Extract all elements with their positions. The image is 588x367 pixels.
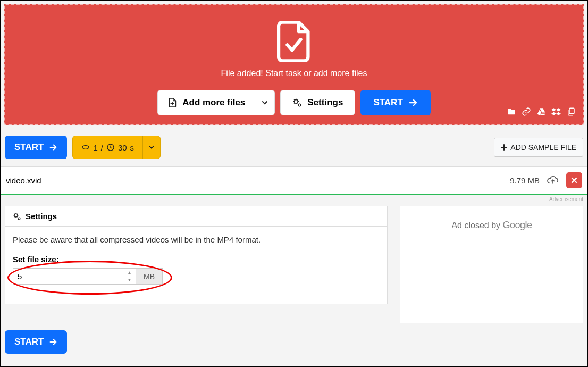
spinner-up[interactable]: ▲ xyxy=(123,269,136,277)
ad-text: Ad closed by xyxy=(451,221,502,230)
filesize-unit: MB xyxy=(136,268,163,285)
arrow-right-icon xyxy=(49,143,57,152)
chip-duration: 30 xyxy=(118,143,127,152)
start-button-toolbar[interactable]: START xyxy=(5,136,67,159)
svg-point-0 xyxy=(295,99,298,103)
settings-panel: Settings Please be aware that all compre… xyxy=(5,206,388,304)
duration-chip-dropdown[interactable] xyxy=(143,136,160,159)
start-label: START xyxy=(14,337,44,347)
svg-point-5 xyxy=(14,214,18,217)
filesize-label: Set file size: xyxy=(13,255,380,264)
add-sample-label: ADD SAMPLE FILE xyxy=(510,143,576,152)
arrow-right-icon xyxy=(49,338,57,346)
svg-point-3 xyxy=(82,146,89,149)
svg-point-1 xyxy=(298,104,301,106)
ad-placeholder: Ad closed by Google xyxy=(400,206,583,323)
filesize-input[interactable] xyxy=(13,268,123,285)
settings-note: Please be aware that all compressed vide… xyxy=(13,235,380,244)
chevron-down-icon xyxy=(261,99,268,106)
arrow-right-icon xyxy=(408,98,418,107)
folder-icon[interactable] xyxy=(507,107,516,116)
file-size: 9.79 MB xyxy=(510,176,540,185)
filesize-spinner[interactable]: ▲▼ xyxy=(123,268,136,285)
add-more-files-dropdown[interactable] xyxy=(255,90,274,115)
ad-label: Advertisement xyxy=(549,196,583,202)
gears-icon xyxy=(13,212,21,221)
gears-icon xyxy=(292,98,302,107)
dropbox-icon[interactable] xyxy=(551,107,561,116)
filesize-input-group: ▲▼ MB xyxy=(13,268,163,285)
delete-file-button[interactable] xyxy=(566,172,582,188)
cloud-upload-icon[interactable] xyxy=(547,174,559,186)
svg-rect-2 xyxy=(569,108,574,114)
file-add-icon xyxy=(167,97,177,108)
start-label: START xyxy=(14,142,44,153)
plus-icon xyxy=(501,144,507,151)
settings-label: Settings xyxy=(307,97,343,108)
upload-dropzone[interactable]: File added! Start task or add more files… xyxy=(4,4,584,125)
eye-icon xyxy=(81,143,90,152)
start-button-top[interactable]: START xyxy=(360,90,430,115)
settings-title: Settings xyxy=(26,212,57,221)
duration-chip: 1 / 30 s xyxy=(72,136,161,159)
svg-point-6 xyxy=(18,218,20,220)
chip-sep: / xyxy=(101,143,103,152)
chip-count: 1 xyxy=(93,143,97,152)
add-more-files-label: Add more files xyxy=(182,97,245,108)
duration-chip-main[interactable]: 1 / 30 s xyxy=(73,136,143,159)
start-button-bottom[interactable]: START xyxy=(5,330,67,354)
google-logo: Google xyxy=(503,220,532,230)
google-drive-icon[interactable] xyxy=(536,107,546,116)
settings-button[interactable]: Settings xyxy=(280,90,355,115)
file-check-icon xyxy=(277,21,311,62)
clipboard-icon[interactable] xyxy=(566,107,576,116)
chevron-down-icon xyxy=(148,144,155,151)
add-more-files-group: Add more files xyxy=(157,90,275,115)
upload-status-text: File added! Start task or add more files xyxy=(10,69,578,78)
toolbar: START 1 / 30 s ADD SAMPLE FILE xyxy=(1,128,587,166)
spinner-down[interactable]: ▼ xyxy=(123,277,136,285)
settings-header: Settings xyxy=(5,206,387,227)
x-icon xyxy=(570,177,578,184)
source-icons xyxy=(507,107,576,116)
link-icon[interactable] xyxy=(522,107,531,116)
file-name: video.xvid xyxy=(6,176,41,185)
file-row: video.xvid 9.79 MB xyxy=(1,166,587,195)
chip-unit: s xyxy=(130,143,135,152)
start-label: START xyxy=(373,97,402,108)
clock-icon xyxy=(106,143,115,152)
add-sample-button[interactable]: ADD SAMPLE FILE xyxy=(494,138,583,157)
add-more-files-button[interactable]: Add more files xyxy=(158,90,255,115)
